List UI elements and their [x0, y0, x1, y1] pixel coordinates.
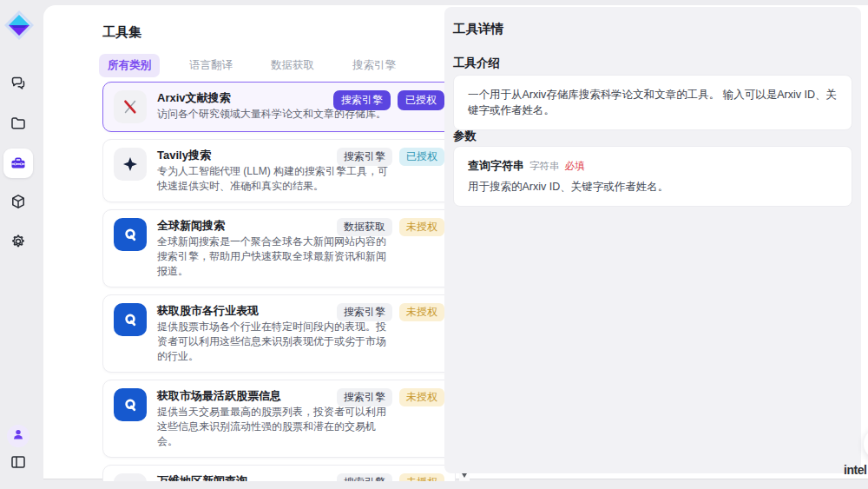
user-avatar-icon: [11, 427, 25, 445]
app-logo: [3, 10, 35, 41]
app-window: 工具集 所有类别语言翻译数据获取搜索引擎 Arxiv文献搜索访问各个研究领域大量…: [0, 0, 868, 489]
tool-badges: 数据获取未授权: [337, 218, 444, 236]
category-tab-1[interactable]: 所有类别: [99, 54, 160, 77]
auth-status-badge: 未授权: [399, 473, 444, 481]
param-type: 字符串: [529, 160, 560, 173]
sidebar-item-tools-active[interactable]: [3, 149, 33, 178]
scrollbar-down-arrow-icon[interactable]: [462, 473, 467, 478]
arxiv-logo-icon: [114, 90, 147, 123]
category-badge: 数据获取: [337, 218, 392, 236]
juhe-logo-icon: [114, 218, 147, 251]
tool-card[interactable]: 获取股市各行业表现提供股票市场各个行业在特定时间段内的表现。投资者可以利用这些信…: [102, 294, 456, 373]
category-badge: 搜索引擎: [337, 473, 392, 481]
tool-description: 提供股票市场各个行业在特定时间段内的表现。投资者可以利用这些信息来识别表现优于或…: [157, 320, 390, 364]
tool-badges: 搜索引擎已授权: [337, 148, 444, 166]
tavily-logo-icon: [114, 148, 147, 181]
tool-detail-panel: 工具详情 工具介绍 一个用于从Arxiv存储库搜索科学论文和文章的工具。 输入可…: [444, 7, 861, 473]
intro-box: 一个用于从Arxiv存储库搜索科学论文和文章的工具。 输入可以是Arxiv ID…: [453, 75, 852, 130]
category-badge: 搜索引擎: [337, 388, 392, 406]
params-box: 查询字符串字符串必填用于搜索的Arxiv ID、关键字或作者姓名。: [453, 146, 852, 207]
auth-status-badge: 未授权: [399, 303, 444, 321]
category-badge: 搜索引擎: [337, 303, 392, 321]
juhe-logo-icon: [114, 303, 147, 336]
tool-badges: 搜索引擎已授权: [333, 90, 444, 110]
tool-description: 提供当天交易量最高的股票列表，投资者可以利用这些信息来识别流动性强的股票和潜在的…: [157, 405, 390, 449]
auth-status-badge: 未授权: [399, 218, 444, 236]
collapse-panel-icon: [10, 459, 27, 473]
param-description: 用于搜索的Arxiv ID、关键字或作者姓名。: [468, 180, 838, 195]
intro-text: 一个用于从Arxiv存储库搜索科学论文和文章的工具。 输入可以是Arxiv ID…: [468, 87, 838, 118]
sidebar-item-settings[interactable]: [10, 233, 27, 250]
auth-status-badge: 已授权: [399, 148, 444, 166]
sidebar-item-files[interactable]: [10, 115, 27, 132]
tool-description: 专为人工智能代理 (LLM) 构建的搜索引擎工具，可快速提供实时、准确和真实的结…: [157, 164, 390, 194]
param-required-flag: 必填: [565, 160, 585, 173]
auth-status-badge: 已授权: [398, 90, 444, 110]
tool-card[interactable]: Tavily搜索专为人工智能代理 (LLM) 构建的搜索引擎工具，可快速提供实时…: [102, 139, 456, 202]
category-tabs: 所有类别语言翻译数据获取搜索引擎: [99, 54, 404, 77]
intel-core-logo: intelcore ultra: [847, 463, 868, 489]
tool-card[interactable]: Arxiv文献搜索访问各个研究领域大量科学论文和文章的存储库。搜索引擎已授权: [102, 82, 456, 132]
tool-card[interactable]: 获取市场最活跃股票信息提供当天交易量最高的股票列表，投资者可以利用这些信息来识别…: [102, 380, 456, 458]
download-button[interactable]: [864, 428, 868, 459]
sidebar-item-chat[interactable]: [10, 75, 27, 92]
intel-brand-text: intel: [844, 463, 866, 477]
category-badge: 搜索引擎: [333, 90, 391, 110]
news-icon: [114, 473, 147, 481]
tool-card[interactable]: 全球新闻搜索全球新闻搜索是一个聚合全球各大新闻网站内容的搜索引擎，帮助用户快速获…: [102, 209, 456, 287]
sidebar-item-packages[interactable]: [10, 193, 27, 210]
category-badge: 搜索引擎: [337, 148, 392, 166]
diamond-logo-icon: [3, 10, 35, 41]
category-tab-4[interactable]: 搜索引擎: [344, 54, 404, 77]
toolbox-icon: [10, 155, 27, 172]
detail-title: 工具详情: [453, 21, 503, 37]
juhe-logo-icon: [114, 388, 147, 421]
page-title: 工具集: [102, 24, 141, 41]
chat-icon: [10, 75, 27, 92]
folder-icon: [10, 115, 27, 132]
auth-status-badge: 未授权: [399, 388, 444, 406]
params-heading: 参数: [453, 129, 477, 144]
tool-description: 全球新闻搜索是一个聚合全球各大新闻网站内容的搜索引擎，帮助用户快速获取全球最新资…: [157, 235, 390, 279]
left-icon-rail: [0, 0, 36, 489]
gear-icon: [10, 233, 27, 250]
param-name: 查询字符串: [468, 158, 524, 174]
main-content-panel: 工具集 所有类别语言翻译数据获取搜索引擎 Arxiv文献搜索访问各个研究领域大量…: [43, 5, 868, 479]
tool-badges: 搜索引擎未授权: [337, 473, 444, 481]
tool-list: Arxiv文献搜索访问各个研究领域大量科学论文和文章的存储库。搜索引擎已授权Ta…: [102, 82, 456, 481]
user-avatar[interactable]: [7, 425, 30, 447]
tool-badges: 搜索引擎未授权: [337, 388, 444, 406]
cube-icon: [10, 193, 27, 210]
tool-badges: 搜索引擎未授权: [337, 303, 444, 321]
category-tab-2[interactable]: 语言翻译: [181, 54, 241, 77]
intro-heading: 工具介绍: [453, 56, 500, 71]
tool-card[interactable]: 万维地区新闻查询查询具体行政区划内的新闻，快速了解各地新闻动搜索引擎未授权: [102, 465, 456, 481]
collapse-sidebar-button[interactable]: [10, 453, 27, 471]
category-tab-3[interactable]: 数据获取: [262, 54, 323, 77]
